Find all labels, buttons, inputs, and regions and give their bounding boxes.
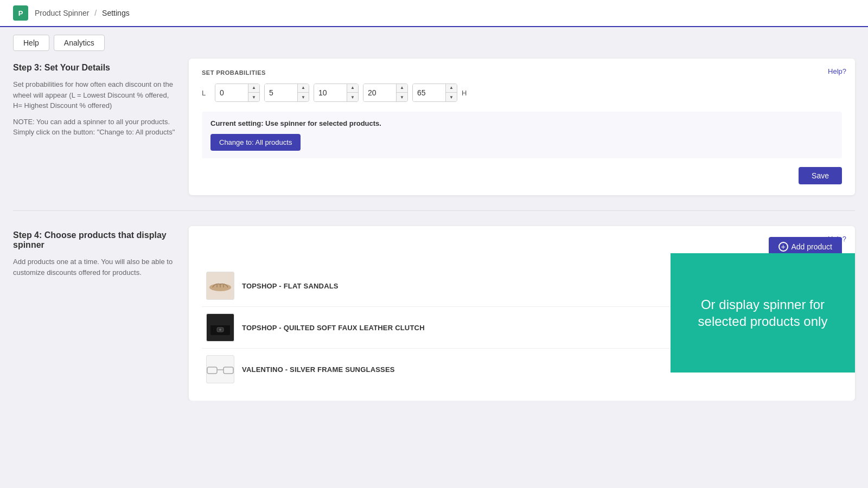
prob-spinners-1: ▲ ▼: [297, 84, 309, 102]
clutch-icon: [208, 316, 232, 339]
step3-section: Step 3: Set Your Details Set probabiliti…: [13, 59, 855, 195]
svg-rect-9: [224, 367, 233, 374]
l-label: L: [202, 89, 210, 97]
prob-down-4[interactable]: ▼: [446, 93, 457, 102]
prob-down-3[interactable]: ▼: [397, 93, 407, 102]
product-thumb-1: [206, 313, 234, 342]
prob-up-0[interactable]: ▲: [248, 84, 259, 93]
step3-panel: Help? SET PROBABILITIES L ▲ ▼ ▲: [189, 59, 855, 195]
app-name: Product Spinner: [35, 9, 89, 17]
set-prob-label: SET PROBABILITIES: [202, 69, 842, 76]
add-product-label: Add product: [792, 242, 833, 251]
step3-description: Step 3: Set Your Details Set probabiliti…: [13, 59, 176, 143]
prob-spinners-0: ▲ ▼: [248, 84, 259, 102]
prob-input-0[interactable]: ▲ ▼: [215, 84, 260, 102]
step3-title: Step 3: Set Your Details: [13, 63, 176, 73]
product-thumb-2: [206, 355, 234, 383]
prob-spinners-3: ▲ ▼: [396, 84, 407, 102]
app-logo: P: [13, 5, 28, 21]
prob-input-3[interactable]: ▲ ▼: [363, 84, 408, 102]
prob-down-2[interactable]: ▼: [347, 93, 358, 102]
prob-spinners-2: ▲ ▼: [347, 84, 358, 102]
product-name-2: VALENTINO - SILVER FRAME SUNGLASSES: [242, 365, 395, 374]
step4-desc1: Add products one at a time. You will als…: [13, 256, 176, 278]
prob-up-2[interactable]: ▲: [347, 84, 358, 93]
product-name-1: TOPSHOP - QUILTED SOFT FAUX LEATHER CLUT…: [242, 324, 425, 332]
step4-panel-wrap: Help? + Add product: [189, 226, 855, 401]
prob-up-3[interactable]: ▲: [397, 84, 407, 93]
probabilities-row: L ▲ ▼ ▲ ▼: [202, 84, 842, 102]
svg-point-7: [219, 329, 221, 331]
step4-description: Step 4: Choose products that display spi…: [13, 226, 176, 283]
step3-help-link[interactable]: Help?: [828, 67, 846, 75]
logo-letter: P: [18, 9, 23, 17]
main-content: Step 3: Set Your Details Set probabiliti…: [0, 59, 868, 401]
prob-value-2[interactable]: [314, 84, 347, 101]
step4-help-link[interactable]: Help?: [828, 235, 846, 243]
svg-rect-8: [207, 367, 217, 374]
step4-title: Step 4: Choose products that display spi…: [13, 230, 176, 250]
prob-up-4[interactable]: ▲: [446, 84, 457, 93]
prob-input-1[interactable]: ▲ ▼: [264, 84, 309, 102]
prob-value-3[interactable]: [363, 84, 396, 101]
sunglasses-icon: [207, 363, 234, 376]
analytics-button[interactable]: Analytics: [54, 35, 105, 51]
tooltip-overlay-text: Or display spinner for selected products…: [684, 296, 842, 330]
sandal-icon: [208, 280, 232, 292]
current-setting-box: Current setting: Use spinner for selecte…: [202, 112, 842, 158]
prob-value-4[interactable]: [413, 84, 445, 101]
h-label: H: [462, 89, 470, 97]
help-button[interactable]: Help: [13, 35, 49, 51]
prob-value-1[interactable]: [265, 84, 297, 101]
tooltip-overlay: Or display spinner for selected products…: [671, 253, 855, 373]
product-name-0: TOPSHOP - FLAT SANDALS: [242, 282, 339, 290]
plus-circle-icon: +: [778, 242, 788, 252]
prob-spinners-4: ▲ ▼: [445, 84, 457, 102]
top-bar: P Product Spinner / Settings: [0, 0, 868, 27]
step4-section: Step 4: Choose products that display spi…: [13, 226, 855, 401]
page-name: Settings: [102, 9, 130, 17]
current-setting-text: Current setting: Use spinner for selecte…: [210, 119, 833, 127]
save-button[interactable]: Save: [799, 167, 842, 184]
section-divider: [13, 210, 855, 211]
step3-desc2: NOTE: You can add a spinner to all your …: [13, 117, 176, 138]
nav-buttons: Help Analytics: [0, 27, 868, 59]
prob-up-1[interactable]: ▲: [298, 84, 309, 93]
step3-desc1: Set probabilities for how often each dis…: [13, 79, 176, 111]
breadcrumb-separator: /: [94, 9, 97, 17]
prob-value-0[interactable]: [215, 84, 248, 101]
prob-down-0[interactable]: ▼: [248, 93, 259, 102]
change-all-products-button[interactable]: Change to: All products: [210, 134, 301, 151]
prob-input-4[interactable]: ▲ ▼: [412, 84, 457, 102]
product-thumb-0: [206, 272, 234, 300]
save-btn-row: Save: [202, 167, 842, 184]
breadcrumb: Product Spinner / Settings: [35, 9, 130, 17]
prob-input-2[interactable]: ▲ ▼: [314, 84, 359, 102]
svg-rect-5: [210, 323, 230, 325]
prob-down-1[interactable]: ▼: [298, 93, 309, 102]
